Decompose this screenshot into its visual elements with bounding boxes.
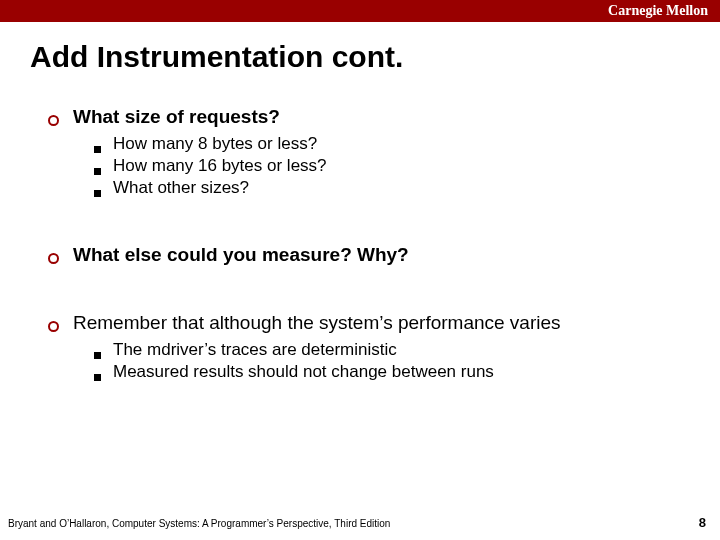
bullet-row: What size of requests? — [48, 106, 720, 128]
square-bullet-icon — [94, 168, 101, 175]
square-bullet-icon — [94, 146, 101, 153]
footer: Bryant and O’Hallaron, Computer Systems:… — [0, 515, 720, 530]
bullet-item: What size of requests? How many 8 bytes … — [48, 106, 720, 198]
bullet-text: Remember that although the system’s perf… — [73, 312, 561, 334]
circle-bullet-icon — [48, 321, 59, 332]
sub-bullet-item: How many 8 bytes or less? — [94, 134, 720, 154]
bullet-text: What size of requests? — [73, 106, 280, 128]
sub-bullet-item: What other sizes? — [94, 178, 720, 198]
sub-bullet-item: How many 16 bytes or less? — [94, 156, 720, 176]
bullet-row: What else could you measure? Why? — [48, 244, 720, 266]
sub-bullet-text: The mdriver’s traces are deterministic — [113, 340, 397, 360]
brand-label: Carnegie Mellon — [608, 3, 708, 19]
sub-bullet-text: How many 16 bytes or less? — [113, 156, 327, 176]
bullet-item: Remember that although the system’s perf… — [48, 312, 720, 382]
circle-bullet-icon — [48, 115, 59, 126]
slide-title: Add Instrumentation cont. — [0, 22, 720, 74]
bullet-text: What else could you measure? Why? — [73, 244, 409, 266]
circle-bullet-icon — [48, 253, 59, 264]
bullet-item: What else could you measure? Why? — [48, 244, 720, 266]
square-bullet-icon — [94, 374, 101, 381]
footer-attribution: Bryant and O’Hallaron, Computer Systems:… — [8, 518, 390, 529]
square-bullet-icon — [94, 352, 101, 359]
sub-list: The mdriver’s traces are deterministic M… — [48, 340, 720, 382]
header-bar: Carnegie Mellon — [0, 0, 720, 22]
page-number: 8 — [699, 515, 706, 530]
sub-bullet-item: The mdriver’s traces are deterministic — [94, 340, 720, 360]
sub-list: How many 8 bytes or less? How many 16 by… — [48, 134, 720, 198]
slide-content: What size of requests? How many 8 bytes … — [0, 74, 720, 382]
sub-bullet-text: How many 8 bytes or less? — [113, 134, 317, 154]
square-bullet-icon — [94, 190, 101, 197]
sub-bullet-item: Measured results should not change betwe… — [94, 362, 720, 382]
bullet-row: Remember that although the system’s perf… — [48, 312, 720, 334]
sub-bullet-text: What other sizes? — [113, 178, 249, 198]
sub-bullet-text: Measured results should not change betwe… — [113, 362, 494, 382]
